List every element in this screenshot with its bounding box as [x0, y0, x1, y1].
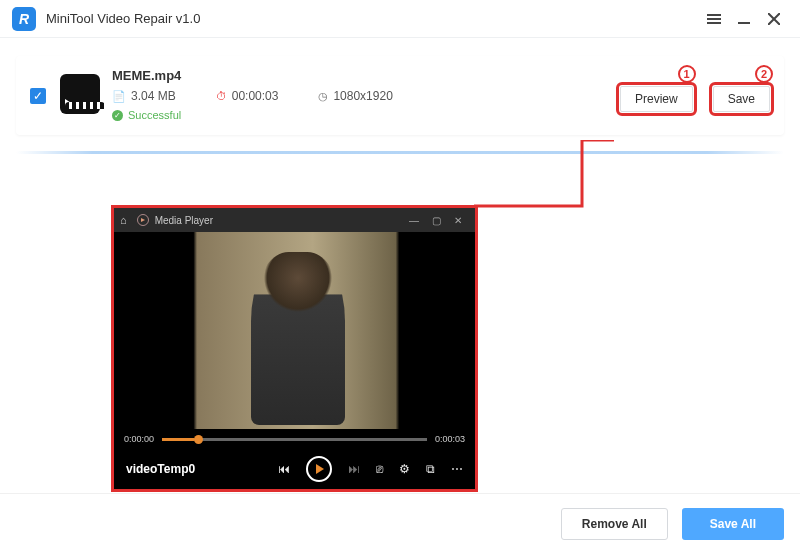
save-all-button[interactable]: Save All — [682, 508, 784, 540]
playing-file-name: videoTemp0 — [126, 462, 264, 476]
preview-button[interactable]: 1 Preview — [620, 86, 693, 112]
media-player-title: Media Player — [155, 215, 403, 226]
divider — [16, 151, 784, 154]
prev-icon[interactable]: ⏮ — [278, 462, 290, 476]
close-icon[interactable] — [760, 5, 788, 33]
more-icon[interactable]: ⋯ — [451, 462, 463, 476]
row-checkbox[interactable]: ✓ — [30, 88, 46, 104]
footer-bar: Remove All Save All — [0, 493, 800, 554]
media-player-titlebar: ⌂ Media Player — ▢ ✕ — [114, 208, 475, 232]
app-title: MiniTool Video Repair v1.0 — [46, 11, 700, 26]
callout-2: 2 — [755, 65, 773, 83]
callout-1: 1 — [678, 65, 696, 83]
total-time: 0:00:03 — [435, 434, 465, 444]
mp-maximize-icon[interactable]: ▢ — [425, 215, 447, 226]
clock-icon: ⏱ — [216, 90, 227, 102]
mp-minimize-icon[interactable]: — — [403, 215, 425, 226]
status-badge: ✓ Successful — [112, 109, 620, 121]
check-icon: ✓ — [112, 110, 123, 121]
cast-icon[interactable]: ⧉ — [426, 462, 435, 476]
player-app-icon — [137, 214, 149, 226]
subtitle-icon[interactable]: ⎚ — [376, 462, 383, 476]
file-thumbnail-icon — [60, 74, 100, 114]
file-size: 📄 3.04 MB — [112, 89, 176, 103]
save-button[interactable]: 2 Save — [713, 86, 770, 112]
resolution-icon: ◷ — [318, 90, 328, 103]
media-player-window: ⌂ Media Player — ▢ ✕ 0:00:00 0:00:03 vid… — [111, 205, 478, 492]
home-icon[interactable]: ⌂ — [120, 214, 127, 226]
file-name: MEME.mp4 — [112, 68, 620, 83]
menu-icon[interactable] — [700, 5, 728, 33]
seek-bar[interactable] — [162, 438, 427, 441]
next-icon[interactable]: ⏭ — [348, 462, 360, 476]
file-icon: 📄 — [112, 90, 126, 103]
file-resolution: ◷ 1080x1920 — [318, 89, 392, 103]
file-duration: ⏱ 00:00:03 — [216, 89, 279, 103]
remove-all-button[interactable]: Remove All — [561, 508, 668, 540]
title-bar: R MiniTool Video Repair v1.0 — [0, 0, 800, 38]
video-canvas[interactable] — [114, 232, 475, 429]
app-logo: R — [12, 7, 36, 31]
file-row: ✓ MEME.mp4 📄 3.04 MB ⏱ 00:00:03 — [16, 56, 784, 135]
current-time: 0:00:00 — [124, 434, 154, 444]
minimize-icon[interactable] — [730, 5, 758, 33]
play-button[interactable] — [306, 456, 332, 482]
mp-close-icon[interactable]: ✕ — [447, 215, 469, 226]
seek-bar-row: 0:00:00 0:00:03 — [114, 429, 475, 449]
settings-icon[interactable]: ⚙ — [399, 462, 410, 476]
